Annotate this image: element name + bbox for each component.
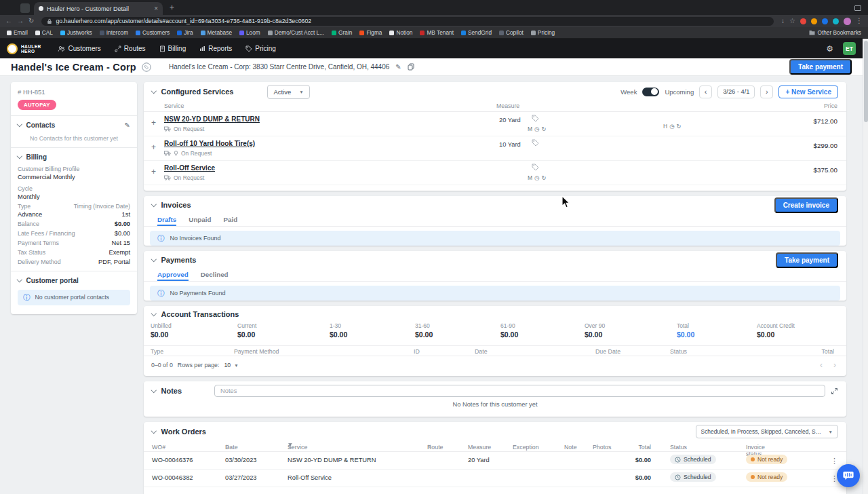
billing-timing-value: 1st (122, 211, 130, 218)
contacts-section-header[interactable]: Contacts ✎ (18, 121, 130, 129)
nav-item-pricing[interactable]: Pricing (239, 39, 282, 58)
bookmark-item[interactable]: Notion (389, 29, 412, 36)
column-header: Date (475, 348, 488, 355)
tab-paid[interactable]: Paid (224, 214, 238, 226)
bookmark-item[interactable]: Figma (359, 29, 382, 36)
bookmark-item[interactable]: Grain (332, 29, 352, 36)
bookmark-item[interactable]: Customers (136, 29, 170, 36)
edit-contacts-icon[interactable]: ✎ (125, 121, 130, 129)
pinned-tab-icon[interactable] (20, 3, 30, 13)
tag-icon[interactable] (532, 115, 539, 122)
tab-drafts[interactable]: Drafts (157, 214, 176, 226)
app-nav-bar: HAULERHERO Customers Routes Billing Repo… (0, 39, 863, 58)
browser-tab[interactable]: Hauler Hero - Customer Detail × (34, 2, 163, 15)
bookmark-item[interactable]: CAL (35, 29, 53, 36)
nav-item-reports[interactable]: Reports (193, 39, 238, 58)
row-menu-icon[interactable]: ⋮ (831, 457, 838, 466)
tab-approved[interactable]: Approved (157, 269, 189, 281)
configured-services-header: Configured Services Active ▼ Week Upcomi… (144, 82, 846, 101)
billing-section-header[interactable]: Billing (18, 153, 130, 161)
expand-row-button[interactable]: + (151, 119, 156, 127)
hauler-hero-logo[interactable]: HAULERHERO (7, 43, 41, 54)
new-service-button[interactable]: + New Service (778, 86, 838, 98)
previous-page-button[interactable]: ‹ (820, 360, 823, 370)
bookmark-item[interactable]: Intercom (100, 29, 128, 36)
collapse-chevron-icon[interactable] (151, 428, 157, 434)
expand-notes-icon[interactable] (831, 387, 838, 395)
scrollbar-thumb[interactable] (864, 41, 868, 122)
new-tab-button[interactable]: + (170, 3, 174, 12)
bookmark-item[interactable]: Copilot (499, 29, 524, 36)
service-name-link[interactable]: Roll-off 10 Yard Hook Tire(s) (164, 140, 255, 147)
url-bar[interactable]: go.haulerhero.com/app/customer/details#a… (41, 17, 774, 26)
bookmark-item[interactable]: Pricing (531, 29, 555, 36)
other-bookmarks-button[interactable]: Other Bookmarks (809, 29, 861, 36)
rows-per-page-select[interactable]: 10 ▼ (224, 362, 238, 368)
bookmark-item[interactable]: Email (7, 29, 28, 36)
forward-icon[interactable]: → (17, 18, 24, 24)
collapse-chevron-icon[interactable] (151, 256, 157, 262)
browser-profile-avatar[interactable] (844, 18, 851, 25)
bookmark-item[interactable]: Metabase (201, 29, 232, 36)
nav-item-billing[interactable]: Billing (153, 39, 193, 58)
window-controls-icon[interactable] (854, 5, 861, 11)
bookmark-item[interactable]: Loom (239, 29, 260, 36)
page-scrollbar[interactable] (863, 39, 868, 494)
notes-input[interactable] (214, 385, 825, 397)
invoices-tabs: Drafts Unpaid Paid (144, 214, 846, 227)
location-selector[interactable]: Handel's Ice Cream - Corp: 3830 Starr Ce… (169, 63, 414, 71)
take-payment-button[interactable]: Take payment (789, 59, 852, 75)
extension-icon[interactable] (800, 18, 806, 24)
bookmark-item[interactable]: SendGrid (461, 29, 492, 36)
bookmark-item[interactable]: Jira (177, 29, 193, 36)
work-order-status-filter-select[interactable]: Scheduled, In Process, Skipped, Canceled… (696, 425, 838, 438)
edit-location-icon[interactable]: ✎ (395, 63, 401, 71)
service-name-link[interactable]: Roll-Off Service (164, 164, 215, 172)
reload-icon[interactable]: ↻ (28, 18, 34, 24)
copy-icon[interactable] (408, 63, 414, 71)
chevron-down-icon: ▼ (829, 430, 833, 434)
column-header: ID (414, 348, 420, 355)
create-invoice-button[interactable]: Create invoice (774, 197, 838, 213)
bookmark-star-icon[interactable]: ☆ (789, 18, 795, 24)
previous-week-button[interactable]: ‹ (699, 86, 712, 98)
extension-icon[interactable] (822, 18, 828, 24)
collapse-chevron-icon[interactable] (151, 387, 157, 393)
no-payments-alert: ⓘ No Payments Found (150, 286, 840, 301)
tag-icon[interactable] (532, 139, 539, 147)
bookmark-item[interactable]: Demo/Cust Acct L... (268, 29, 324, 36)
download-icon[interactable]: ↓ (781, 18, 785, 24)
column-header-sortable[interactable]: Service⇅ (288, 442, 293, 448)
take-payment-button[interactable]: Take payment (776, 252, 838, 268)
tab-unpaid[interactable]: Unpaid (189, 214, 211, 226)
collapse-chevron-icon[interactable] (151, 202, 157, 207)
expand-row-button[interactable]: + (151, 168, 156, 176)
week-upcoming-toggle[interactable] (642, 88, 659, 96)
service-name-link[interactable]: NSW 20-YD DUMP & RETURN (164, 115, 260, 123)
extension-icon[interactable] (811, 18, 817, 24)
collapse-chevron-icon[interactable] (151, 88, 157, 94)
settings-gear-icon[interactable]: ⚙ (826, 45, 833, 53)
tag-icon[interactable] (532, 164, 539, 171)
tab-close-icon[interactable]: × (154, 5, 158, 12)
bookmark-item[interactable]: MB Tenant (420, 29, 454, 36)
customer-tags-icon[interactable] (142, 62, 151, 72)
back-icon[interactable]: ← (5, 18, 12, 24)
browser-menu-icon[interactable]: ⋮ (856, 18, 863, 24)
service-status-filter-select[interactable]: Active ▼ (267, 85, 309, 99)
next-page-button[interactable]: › (833, 360, 836, 370)
next-week-button[interactable]: › (760, 86, 773, 98)
user-avatar[interactable]: ET (843, 42, 856, 55)
customer-portal-section-header[interactable]: Customer portal (18, 277, 130, 284)
collapse-chevron-icon[interactable] (151, 311, 157, 316)
tab-declined[interactable]: Declined (201, 269, 229, 281)
intercom-chat-button[interactable] (837, 464, 860, 487)
bookmark-label: Justworks (67, 29, 92, 36)
invoices-header: Invoices Create invoice (144, 196, 846, 214)
nav-item-customers[interactable]: Customers (52, 39, 106, 58)
nav-item-routes[interactable]: Routes (108, 39, 152, 58)
extension-icon[interactable] (833, 18, 839, 24)
payments-header: Payments Take payment (144, 251, 846, 269)
bookmark-item[interactable]: Justworks (60, 29, 92, 36)
expand-row-button[interactable]: + (151, 143, 156, 151)
